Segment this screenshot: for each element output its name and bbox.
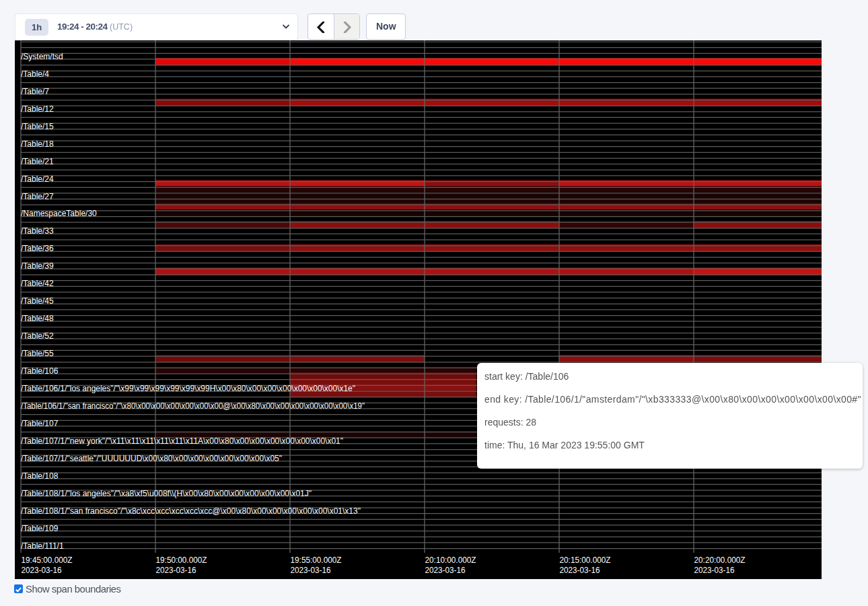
svg-text:20:10:00.000Z: 20:10:00.000Z: [425, 556, 476, 565]
svg-text:/Table/36: /Table/36: [21, 244, 54, 253]
svg-text:/Table/108: /Table/108: [21, 471, 59, 481]
svg-text:/Table/4: /Table/4: [21, 69, 49, 79]
svg-text:/Table/52: /Table/52: [21, 331, 54, 341]
svg-text:/Table/12: /Table/12: [21, 104, 54, 114]
svg-text:/Table/108/1/"los angeles"/"\x: /Table/108/1/"los angeles"/"\xa8\xf5\u00…: [21, 489, 312, 498]
svg-text:/Table/39: /Table/39: [21, 261, 54, 271]
svg-text:19:50:00.000Z: 19:50:00.000Z: [156, 556, 207, 565]
svg-text:/Table/27: /Table/27: [21, 192, 54, 201]
svg-text:/Table/24: /Table/24: [21, 174, 54, 184]
svg-text:/Table/107/1/"new york"/"\x11\: /Table/107/1/"new york"/"\x11\x11\x11\x1…: [21, 436, 343, 446]
svg-text:2023-03-16: 2023-03-16: [156, 566, 196, 575]
svg-text:/Table/107: /Table/107: [21, 419, 59, 428]
svg-text:/Table/55: /Table/55: [21, 349, 54, 358]
svg-text:/NamespaceTable/30: /NamespaceTable/30: [21, 209, 97, 218]
svg-text:20:20:00.000Z: 20:20:00.000Z: [694, 556, 746, 565]
svg-text:/Table/106/1/"los angeles"/"\x: /Table/106/1/"los angeles"/"\x99\x99\x99…: [21, 384, 355, 393]
svg-text:/Table/108/1/"san francisco"/": /Table/108/1/"san francisco"/"\x8c\xcc\x…: [21, 506, 361, 516]
svg-text:20:15:00.000Z: 20:15:00.000Z: [560, 556, 611, 565]
svg-text:/Table/21: /Table/21: [21, 157, 54, 166]
svg-text:/Table/111/1: /Table/111/1: [21, 541, 64, 551]
svg-text:2023-03-16: 2023-03-16: [694, 566, 735, 575]
svg-text:/Table/42: /Table/42: [21, 279, 54, 288]
svg-text:19:45:00.000Z: 19:45:00.000Z: [22, 556, 73, 565]
svg-text:/Table/106: /Table/106: [21, 366, 59, 376]
svg-text:/Table/48: /Table/48: [21, 314, 54, 323]
svg-text:/Table/106/1/"san francisco"/": /Table/106/1/"san francisco"/"\x80\x00\x…: [21, 401, 365, 411]
svg-text:2023-03-16: 2023-03-16: [560, 566, 600, 575]
svg-text:2023-03-16: 2023-03-16: [425, 566, 466, 575]
svg-text:19:55:00.000Z: 19:55:00.000Z: [291, 556, 342, 565]
svg-text:/Table/109: /Table/109: [21, 524, 59, 533]
svg-text:2023-03-16: 2023-03-16: [291, 566, 331, 575]
svg-text:/Table/15: /Table/15: [21, 122, 54, 131]
svg-text:2023-03-16: 2023-03-16: [22, 566, 62, 575]
svg-text:/Table/107/1/"seattle"/"UUUUUU: /Table/107/1/"seattle"/"UUUUUUD\x00\x80\…: [21, 454, 282, 463]
svg-text:/Table/45: /Table/45: [21, 296, 54, 306]
svg-text:/System/tsd: /System/tsd: [21, 52, 63, 61]
svg-text:/Table/7: /Table/7: [21, 87, 49, 96]
svg-text:/Table/18: /Table/18: [21, 139, 54, 149]
svg-text:/Table/33: /Table/33: [21, 226, 54, 236]
